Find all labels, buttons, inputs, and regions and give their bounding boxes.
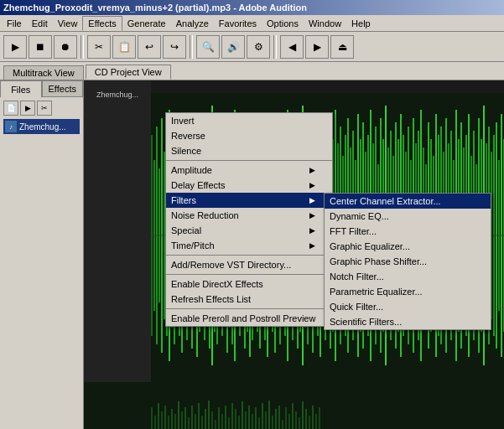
svg-rect-157 (151, 399, 504, 429)
file-item[interactable]: ♪ Zhemchug... (3, 119, 80, 134)
svg-rect-183 (235, 409, 236, 429)
svg-rect-198 (285, 407, 287, 429)
svg-rect-190 (258, 417, 260, 429)
menu-item-amplitude[interactable]: Amplitude ▶ (166, 163, 332, 178)
svg-rect-175 (208, 401, 210, 429)
filters-submenu: Center Channel Extractor... Dynamic EQ..… (324, 193, 491, 330)
toolbar-btn-13[interactable]: ⏏ (330, 35, 354, 59)
menu-item-preroll[interactable]: Enable Preroll and Postroll Preview (166, 311, 332, 326)
menu-item-silence[interactable]: Silence (166, 143, 332, 158)
panel-content: 📄 ▶ ✂ ♪ Zhemchug... (0, 97, 83, 429)
svg-rect-201 (295, 411, 297, 429)
svg-rect-178 (218, 407, 220, 429)
toolbar-btn-7[interactable]: ↪ (163, 35, 186, 59)
svg-rect-207 (315, 414, 317, 429)
menu-item-add-vst[interactable]: Add/Remove VST Directory... (166, 257, 332, 272)
submenu-graphic-phase[interactable]: Graphic Phase Shifter... (325, 254, 491, 269)
noise-arrow: ▶ (309, 211, 315, 220)
menu-item-invert-label: Invert (171, 116, 195, 126)
tab-files[interactable]: Files (0, 80, 42, 97)
toolbar-btn-6[interactable]: ↩ (138, 35, 161, 59)
submenu-center-channel-label: Center Channel Extractor... (330, 196, 441, 206)
menu-item-refresh-label: Refresh Effects List (171, 294, 251, 304)
svg-rect-199 (288, 414, 290, 429)
tab-cd-project[interactable]: CD Project View (86, 65, 171, 80)
toolbar-btn-11[interactable]: ◀ (280, 35, 304, 59)
panel-btn-3[interactable]: ✂ (37, 101, 52, 116)
submenu-fft-label: FFT Filter... (330, 226, 377, 236)
menu-favorites[interactable]: Favorites (214, 17, 262, 30)
toolbar-btn-10[interactable]: ⚙ (247, 35, 270, 59)
menu-item-add-vst-label: Add/Remove VST Directory... (171, 260, 291, 270)
svg-rect-3 (151, 80, 504, 93)
view-tabs: Multitrack View CD Project View (0, 62, 504, 80)
menu-generate[interactable]: Generate (122, 17, 171, 30)
time-arrow: ▶ (309, 241, 315, 250)
svg-rect-167 (181, 411, 183, 429)
tab-effects[interactable]: Effects (42, 80, 84, 97)
menu-item-delay[interactable]: Delay Effects ▶ (166, 178, 332, 193)
panel-btn-2[interactable]: ▶ (20, 101, 35, 116)
svg-rect-166 (178, 401, 179, 429)
sep-2 (166, 255, 332, 256)
toolbar-separator-1 (81, 35, 84, 59)
menu-item-preroll-label: Enable Preroll and Postroll Preview (171, 313, 315, 323)
svg-rect-160 (158, 403, 159, 429)
svg-rect-172 (198, 403, 200, 429)
submenu-quick-label: Quick Filter... (330, 302, 383, 312)
toolbar: ▶ ⏹ ⏺ ✂ 📋 ↩ ↪ 🔍 🔊 ⚙ ◀ ▶ ⏏ (0, 32, 504, 62)
waveform-area: Zhemchug... (84, 80, 504, 429)
menu-item-enable-dx[interactable]: Enable DirectX Effects (166, 277, 332, 292)
menu-options[interactable]: Options (262, 17, 304, 30)
submenu-dynamic-eq-label: Dynamic EQ... (330, 211, 389, 221)
menu-analyze[interactable]: Analyze (171, 17, 214, 30)
panel-tabs: Files Effects (0, 80, 83, 97)
menu-item-noise[interactable]: Noise Reduction ▶ (166, 208, 332, 223)
submenu-parametric[interactable]: Parametric Equalizer... (325, 284, 491, 299)
tab-multitrack[interactable]: Multitrack View (3, 65, 84, 80)
menu-file[interactable]: File (2, 17, 27, 30)
panel-btn-1[interactable]: 📄 (3, 101, 18, 116)
svg-rect-186 (245, 411, 247, 429)
submenu-quick[interactable]: Quick Filter... (325, 299, 491, 314)
toolbar-btn-5[interactable]: 📋 (112, 35, 136, 59)
submenu-graphic-eq[interactable]: Graphic Equalizer... (325, 239, 491, 254)
submenu-center-channel[interactable]: Center Channel Extractor... (325, 194, 491, 209)
submenu-notch[interactable]: Notch Filter... (325, 269, 491, 284)
menu-window[interactable]: Window (304, 17, 346, 30)
svg-rect-189 (255, 407, 257, 429)
toolbar-btn-9[interactable]: 🔊 (221, 35, 245, 59)
menu-view[interactable]: View (53, 17, 83, 30)
toolbar-btn-2[interactable]: ⏹ (29, 35, 52, 59)
svg-rect-191 (262, 403, 263, 429)
menu-item-reverse[interactable]: Reverse (166, 128, 332, 143)
svg-rect-176 (211, 411, 213, 429)
svg-rect-170 (191, 406, 193, 429)
svg-rect-164 (171, 409, 173, 429)
svg-rect-180 (225, 406, 226, 429)
toolbar-btn-12[interactable]: ▶ (305, 35, 329, 59)
menu-help[interactable]: Help (346, 17, 376, 30)
toolbar-btn-4[interactable]: ✂ (87, 35, 111, 59)
special-arrow: ▶ (309, 226, 315, 235)
menu-item-filters[interactable]: Filters ▶ (166, 193, 332, 208)
toolbar-btn-1[interactable]: ▶ (3, 35, 27, 59)
menu-item-time[interactable]: Time/Pitch ▶ (166, 238, 332, 253)
svg-rect-195 (275, 409, 277, 429)
submenu-fft[interactable]: FFT Filter... (325, 224, 491, 239)
submenu-graphic-phase-label: Graphic Phase Shifter... (330, 256, 427, 266)
menu-item-amplitude-label: Amplitude (171, 165, 212, 175)
submenu-scientific[interactable]: Scientific Filters... (325, 314, 491, 329)
menu-edit[interactable]: Edit (27, 17, 53, 30)
toolbar-btn-8[interactable]: 🔍 (196, 35, 220, 59)
menu-item-invert[interactable]: Invert (166, 113, 332, 128)
menu-effects[interactable]: Effects (82, 16, 122, 31)
svg-rect-162 (164, 406, 166, 429)
menu-item-special[interactable]: Special ▶ (166, 223, 332, 238)
menu-item-enable-dx-label: Enable DirectX Effects (171, 279, 263, 289)
submenu-dynamic-eq[interactable]: Dynamic EQ... (325, 209, 491, 224)
delay-arrow: ▶ (309, 181, 315, 189)
toolbar-btn-3[interactable]: ⏺ (54, 35, 77, 59)
menu-item-refresh[interactable]: Refresh Effects List (166, 292, 332, 307)
svg-rect-185 (242, 401, 243, 429)
